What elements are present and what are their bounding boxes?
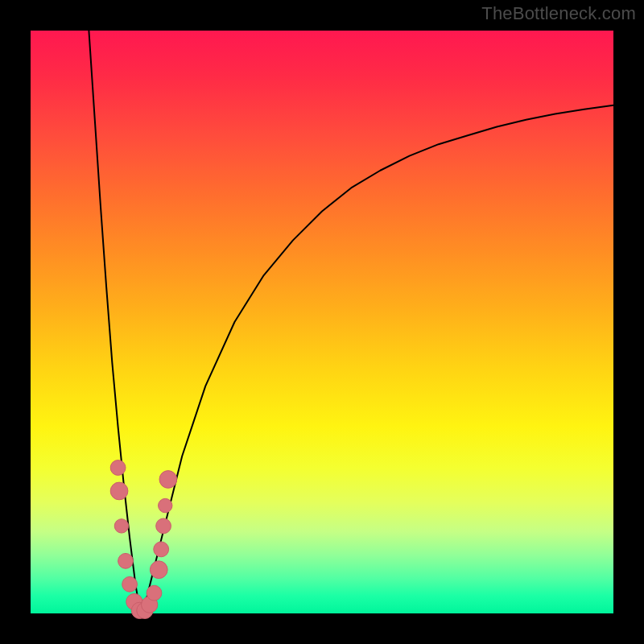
data-marker: [147, 585, 162, 601]
curve-right-branch: [142, 105, 613, 613]
chart-frame: TheBottleneck.com: [0, 0, 644, 644]
data-marker: [114, 519, 128, 533]
chart-svg: [31, 31, 613, 613]
data-marker: [110, 482, 128, 500]
data-marker: [150, 561, 167, 579]
marker-group: [110, 460, 177, 619]
data-marker: [159, 498, 172, 512]
data-marker: [122, 576, 138, 592]
data-marker: [118, 553, 134, 568]
data-marker: [154, 542, 169, 557]
data-marker: [110, 460, 126, 476]
data-marker: [156, 518, 171, 534]
data-marker: [159, 471, 177, 489]
plot-area: [31, 31, 613, 613]
watermark-text: TheBottleneck.com: [481, 3, 636, 24]
